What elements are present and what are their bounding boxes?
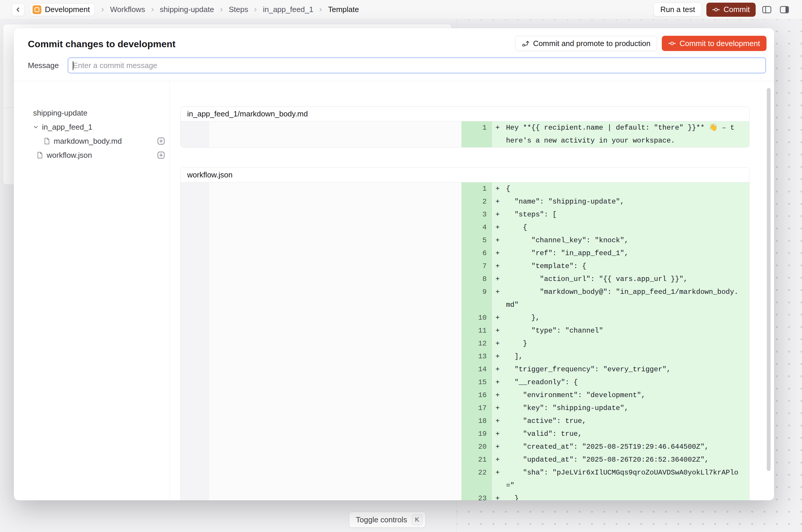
diff-new-code: + "created_at": "2025-08-25T19:29:46.644… bbox=[492, 440, 749, 453]
diff-line-text: "action_url": "{{ vars.app_url }}", bbox=[506, 273, 738, 286]
diff-line-number: 2 bbox=[462, 195, 492, 208]
diff-old-gutter bbox=[181, 415, 209, 428]
commit-message-input[interactable] bbox=[68, 58, 766, 73]
diff-line-sign: + bbox=[496, 286, 506, 299]
commit-message-row: Message bbox=[28, 57, 766, 73]
diff-old-gutter bbox=[181, 376, 209, 389]
tree-file-label: workflow.json bbox=[46, 151, 92, 160]
changed-files-tree: shipping-update in_app_feed_1 markdown_b… bbox=[14, 81, 170, 500]
environment-switcher[interactable]: Development bbox=[30, 3, 95, 16]
modal-scrollbar-thumb[interactable] bbox=[767, 88, 771, 471]
diff-old-code bbox=[209, 247, 462, 260]
diff-line-sign: + bbox=[496, 208, 506, 221]
diff-old-code bbox=[209, 337, 462, 350]
diff-line-sign: + bbox=[496, 492, 506, 500]
run-a-test-button[interactable]: Run a test bbox=[654, 3, 702, 17]
diff-new-code: + "ref": "in_app_feed_1", bbox=[492, 247, 749, 260]
tree-folder-label: in_app_feed_1 bbox=[42, 122, 92, 132]
diff-old-gutter bbox=[181, 453, 209, 466]
diff-old-code bbox=[209, 195, 462, 208]
diff-line-number: 3 bbox=[462, 208, 492, 221]
diff-line-text: "steps": [ bbox=[506, 208, 738, 221]
diff-row: 5 + "channel_key": "knock", bbox=[181, 234, 749, 247]
diff-new-code: + "active": true, bbox=[492, 415, 749, 428]
diff-row: 21 + "updated_at": "2025-08-26T20:26:52.… bbox=[181, 453, 749, 466]
diff-old-gutter bbox=[181, 273, 209, 286]
diff-old-gutter bbox=[181, 492, 209, 500]
diff-line-sign: + bbox=[496, 350, 506, 363]
diff-line-number: 4 bbox=[462, 221, 492, 234]
diff-row: 16 + "environment": "development", bbox=[181, 389, 749, 402]
diff-row: 11 + "type": "channel" bbox=[181, 324, 749, 337]
commit-and-promote-button[interactable]: Commit and promote to production bbox=[515, 36, 657, 51]
diff-old-gutter bbox=[181, 363, 209, 376]
diff-line-sign: + bbox=[496, 221, 506, 234]
commit-to-development-button[interactable]: Commit to development bbox=[662, 36, 766, 51]
diff-line-sign: + bbox=[496, 389, 506, 402]
tree-item-file[interactable]: workflow.json bbox=[33, 148, 167, 162]
diff-old-gutter bbox=[181, 183, 209, 195]
breadcrumb-item-template[interactable]: Template bbox=[328, 5, 359, 14]
toggle-left-panel-button[interactable] bbox=[760, 3, 773, 16]
diff-line-text: "updated_at": "2025-08-26T20:26:52.36400… bbox=[506, 453, 738, 466]
diff-old-gutter bbox=[181, 428, 209, 440]
diff-line-number: 21 bbox=[462, 453, 492, 466]
breadcrumb-item-workflow-key[interactable]: shipping-update bbox=[160, 5, 214, 14]
commit-label: Commit bbox=[723, 5, 750, 14]
diff-row: 1 + Hey **{{ recipient.name | default: "… bbox=[181, 121, 749, 147]
diff-line-sign: + bbox=[496, 260, 506, 273]
tree-item-root[interactable]: shipping-update bbox=[33, 106, 167, 120]
panel-left-icon bbox=[762, 5, 771, 14]
promote-icon bbox=[522, 40, 529, 47]
diff-old-code bbox=[209, 466, 462, 492]
diff-old-code bbox=[209, 260, 462, 273]
diff-line-text: "type": "channel" bbox=[506, 324, 738, 337]
toggle-controls-button[interactable]: Toggle controls K bbox=[349, 512, 426, 528]
diff-line-number: 20 bbox=[462, 440, 492, 453]
toggle-right-panel-button[interactable] bbox=[778, 3, 791, 16]
diff-old-gutter bbox=[181, 195, 209, 208]
diff-line-sign: + bbox=[496, 466, 506, 479]
diff-old-gutter bbox=[181, 389, 209, 402]
diff-old-gutter bbox=[181, 350, 209, 363]
diff-line-text: { bbox=[506, 221, 738, 234]
tree-item-folder[interactable]: in_app_feed_1 bbox=[33, 120, 167, 134]
diff-old-gutter bbox=[181, 286, 209, 311]
diff-old-gutter bbox=[181, 402, 209, 415]
diff-line-sign: + bbox=[496, 453, 506, 466]
diff-line-number: 12 bbox=[462, 337, 492, 350]
diff-line-text: "sha": "pJeLVir6xIlUCMGqs9qroZoUAVDSwA0y… bbox=[506, 466, 738, 492]
breadcrumb-item-workflows[interactable]: Workflows bbox=[110, 5, 145, 14]
diff-line-number: 1 bbox=[462, 183, 492, 195]
diff-line-sign: + bbox=[496, 273, 506, 286]
breadcrumb-separator-icon bbox=[150, 7, 155, 12]
commit-modal-body: shipping-update in_app_feed_1 markdown_b… bbox=[14, 81, 774, 500]
diff-new-code: + { bbox=[492, 183, 749, 195]
modal-actions: Commit and promote to production Commit … bbox=[515, 36, 766, 51]
topbar-actions: Run a test Commit bbox=[654, 3, 791, 17]
diff-old-code bbox=[209, 428, 462, 440]
diff-new-code: + { bbox=[492, 221, 749, 234]
tree-item-file[interactable]: markdown_body.md bbox=[33, 134, 167, 148]
chevron-down-icon bbox=[33, 125, 38, 130]
diff-new-code: + "__readonly": { bbox=[492, 376, 749, 389]
breadcrumb-separator-icon bbox=[100, 7, 105, 12]
diff-old-code bbox=[209, 121, 462, 147]
diff-line-sign: + bbox=[496, 195, 506, 208]
diff-old-code bbox=[209, 453, 462, 466]
diff-new-code: + "key": "shipping-update", bbox=[492, 402, 749, 415]
modal-title: Commit changes to development bbox=[28, 39, 175, 50]
back-button[interactable] bbox=[12, 3, 25, 16]
diff-old-gutter bbox=[181, 234, 209, 247]
diff-line-sign: + bbox=[496, 311, 506, 324]
commit-button[interactable]: Commit bbox=[706, 3, 756, 17]
file-icon bbox=[37, 152, 43, 159]
breadcrumb-item-step[interactable]: in_app_feed_1 bbox=[263, 5, 313, 14]
diff-line-sign: + bbox=[496, 415, 506, 428]
diff-line-sign: + bbox=[496, 428, 506, 440]
commit-icon bbox=[712, 6, 720, 14]
diff-file-header: in_app_feed_1/markdown_body.md bbox=[181, 107, 749, 121]
breadcrumb-item-steps[interactable]: Steps bbox=[229, 5, 248, 14]
diff-line-number: 7 bbox=[462, 260, 492, 273]
text-caret bbox=[73, 61, 73, 70]
